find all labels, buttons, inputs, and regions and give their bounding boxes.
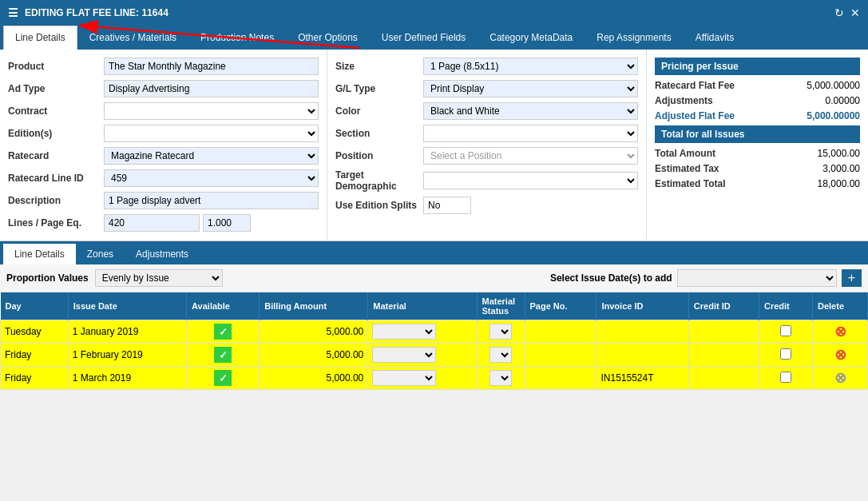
material-status-select-1[interactable] xyxy=(489,347,512,363)
ratecard-select[interactable]: Magazine Ratecard xyxy=(104,147,319,165)
editions-select[interactable] xyxy=(104,125,319,142)
total-amount-label: Total Amount xyxy=(655,148,715,159)
ratecard-label: Ratecard xyxy=(8,150,104,161)
tab-user-defined-fields[interactable]: User Defined Fields xyxy=(370,26,478,50)
bottom-tab-line-details[interactable]: Line Details xyxy=(3,244,76,264)
adjusted-flat-fee-row: Adjusted Flat Fee 5,000.00000 xyxy=(655,110,860,121)
adjustments-value: 0.00000 xyxy=(780,95,860,106)
cell-day-2: Friday xyxy=(1,367,69,390)
adjusted-flat-fee-label: Adjusted Flat Fee xyxy=(655,110,735,121)
cell-delete-2[interactable]: ⊗ xyxy=(813,367,868,390)
material-select-2[interactable] xyxy=(372,370,436,386)
credit-checkbox-2[interactable] xyxy=(780,372,791,383)
tab-creatives-materials[interactable]: Creatives / Materials xyxy=(77,26,188,50)
use-edition-splits-input[interactable] xyxy=(423,197,471,214)
bottom-tabs: Line Details Zones Adjustments xyxy=(0,244,868,264)
delete-btn-2[interactable]: ⊗ xyxy=(834,370,846,386)
lines-input2[interactable] xyxy=(203,214,251,232)
tab-other-options[interactable]: Other Options xyxy=(286,26,370,50)
section-label: Section xyxy=(335,128,423,139)
bottom-tab-adjustments[interactable]: Adjustments xyxy=(125,244,200,264)
estimated-total-row: Estimated Total 18,000.00 xyxy=(655,178,860,189)
total-header: Total for all Issues xyxy=(655,125,860,143)
cell-credit-id-0 xyxy=(688,320,759,344)
editions-label: Edition(s) xyxy=(8,128,104,139)
delete-btn-1[interactable]: ⊗ xyxy=(834,347,846,363)
product-row: Product xyxy=(8,58,319,75)
position-row: Position Select a Position xyxy=(335,147,638,165)
tab-line-details[interactable]: Line Details xyxy=(3,26,77,50)
lines-label: Lines / Page Eq. xyxy=(8,217,104,229)
section-select[interactable] xyxy=(423,125,638,142)
bottom-section: Line Details Zones Adjustments Proportio… xyxy=(0,241,868,390)
adtype-input[interactable] xyxy=(104,80,319,97)
material-select-1[interactable] xyxy=(372,347,436,363)
cell-material-status-0 xyxy=(477,320,525,344)
table-row: Friday 1 February 2019 ✓ 5,000.00 ⊗ xyxy=(1,344,868,367)
estimated-tax-value: 3,000.00 xyxy=(780,163,860,174)
adtype-label: Ad Type xyxy=(8,83,104,94)
col-available: Available xyxy=(187,292,260,320)
cell-delete-1[interactable]: ⊗ xyxy=(813,344,868,367)
credit-checkbox-1[interactable] xyxy=(780,348,791,360)
estimated-tax-row: Estimated Tax 3,000.00 xyxy=(655,163,860,174)
cell-billing-amount-1: 5,000.00 xyxy=(260,344,368,367)
ratecard-flat-fee-row: Ratecard Flat Fee 5,000.00000 xyxy=(655,80,860,91)
size-select[interactable]: 1 Page (8.5x11) xyxy=(423,58,638,75)
estimated-tax-label: Estimated Tax xyxy=(655,163,719,174)
use-edition-splits-row: Use Edition Splits xyxy=(335,197,638,214)
cell-credit-0 xyxy=(759,320,812,344)
target-demo-row: TargetDemographic xyxy=(335,169,638,192)
contract-row: Contract xyxy=(8,102,319,120)
cell-delete-0[interactable]: ⊗ xyxy=(813,320,868,344)
gltype-select[interactable]: Print Display xyxy=(423,80,638,97)
lines-input1[interactable] xyxy=(104,214,200,232)
proportion-row: Proportion Values Evenly by Issue Select… xyxy=(0,264,868,292)
table-row: Tuesday 1 January 2019 ✓ 5,000.00 ⊗ xyxy=(1,320,868,344)
cell-invoice-id-2: IN1515524T xyxy=(597,367,688,390)
tab-category-metadata[interactable]: Category MetaData xyxy=(478,26,585,50)
window-icon: ☰ xyxy=(8,6,18,19)
position-select[interactable]: Select a Position xyxy=(423,147,638,165)
credit-checkbox-0[interactable] xyxy=(780,325,791,336)
cell-invoice-id-1 xyxy=(597,344,688,367)
color-select[interactable]: Black and White xyxy=(423,102,638,120)
cell-day-1: Friday xyxy=(1,344,69,367)
cell-available-2: ✓ xyxy=(187,367,260,390)
bottom-tab-zones[interactable]: Zones xyxy=(76,244,125,264)
material-status-select-2[interactable] xyxy=(489,370,512,386)
close-button[interactable]: ✕ xyxy=(850,6,860,19)
color-row: Color Black and White xyxy=(335,102,638,120)
proportion-select[interactable]: Evenly by Issue xyxy=(95,269,223,287)
col-invoice-id: Invoice ID xyxy=(597,292,688,320)
tab-rep-assignments[interactable]: Rep Assignments xyxy=(585,26,683,50)
product-input[interactable] xyxy=(104,58,319,75)
cell-page-no-1 xyxy=(525,344,597,367)
editions-row: Edition(s) xyxy=(8,125,319,142)
tab-production-notes[interactable]: Production Notes xyxy=(188,26,286,50)
issue-date-select[interactable] xyxy=(677,269,837,287)
delete-btn-0[interactable]: ⊗ xyxy=(834,324,846,340)
material-status-select-0[interactable] xyxy=(489,324,512,340)
add-issue-date-button[interactable]: + xyxy=(842,269,862,287)
tab-affidavits[interactable]: Affidavits xyxy=(684,26,746,50)
use-edition-splits-label: Use Edition Splits xyxy=(335,200,423,211)
ratecard-flat-fee-label: Ratecard Flat Fee xyxy=(655,80,735,91)
main-content: Product Ad Type Contract Edition(s) Rate… xyxy=(0,50,868,241)
target-demo-select[interactable] xyxy=(423,172,638,189)
col-material: Material xyxy=(368,292,477,320)
description-input[interactable] xyxy=(104,192,319,209)
contract-select[interactable] xyxy=(104,102,319,120)
total-amount-value: 15,000.00 xyxy=(780,148,860,159)
cell-material-status-2 xyxy=(477,367,525,390)
issue-date-section: Select Issue Date(s) to add + xyxy=(550,269,862,287)
estimated-total-value: 18,000.00 xyxy=(780,178,860,189)
ratecard-lineid-select[interactable]: 459 xyxy=(104,169,319,187)
material-select-0[interactable] xyxy=(372,324,436,340)
col-issue-date: Issue Date xyxy=(68,292,186,320)
section-row: Section xyxy=(335,125,638,142)
col-credit: Credit xyxy=(759,292,812,320)
cell-issue-date-2: 1 March 2019 xyxy=(68,367,186,390)
cell-available-1: ✓ xyxy=(187,344,260,367)
refresh-button[interactable]: ↻ xyxy=(834,6,844,19)
